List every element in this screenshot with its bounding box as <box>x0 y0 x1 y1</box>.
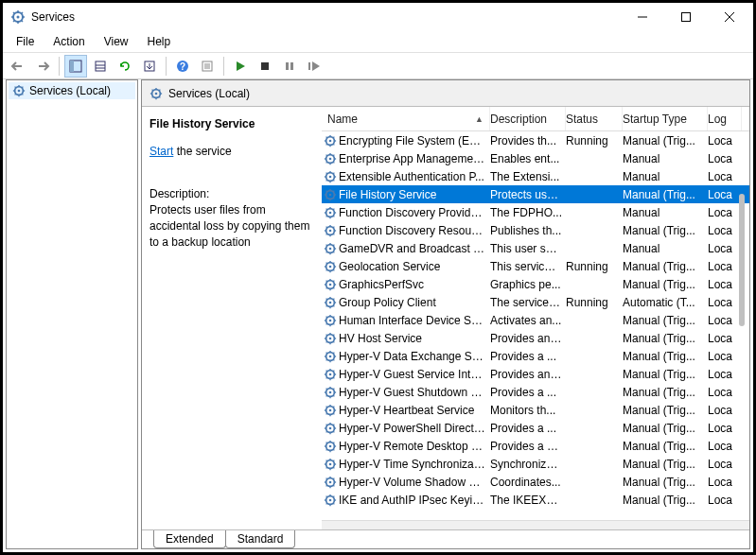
service-row[interactable]: File History ServiceProtects use...Manua… <box>322 185 749 203</box>
service-row[interactable]: IKE and AuthIP IPsec Keying...The IKEEXT… <box>322 491 749 509</box>
cell-description: Provides an ... <box>490 368 566 381</box>
column-description[interactable]: Description <box>490 107 566 130</box>
export-list-button[interactable] <box>89 55 112 78</box>
service-row[interactable]: HV Host ServiceProvides an ...Manual (Tr… <box>322 329 749 347</box>
service-row[interactable]: Function Discovery Provide...The FDPHO..… <box>322 203 749 221</box>
service-row[interactable]: Hyper-V PowerShell Direct ...Provides a … <box>322 419 749 437</box>
service-row[interactable]: Geolocation ServiceThis service ...Runni… <box>322 257 749 275</box>
cell-logon: Loca <box>708 134 742 147</box>
service-row[interactable]: Hyper-V Data Exchange Ser...Provides a .… <box>322 347 749 365</box>
gear-icon <box>12 84 26 97</box>
maximize-button[interactable] <box>664 3 708 31</box>
service-row[interactable]: Hyper-V Time Synchronizati...Synchronize… <box>322 455 749 473</box>
cell-description: This service ... <box>490 260 566 273</box>
menu-view[interactable]: View <box>95 35 138 48</box>
column-status[interactable]: Status <box>566 107 623 130</box>
menu-help[interactable]: Help <box>138 35 181 48</box>
tree-pane[interactable]: Services (Local) <box>6 79 138 549</box>
cell-name: File History Service <box>339 188 490 201</box>
tree-item-services-local[interactable]: Services (Local) <box>9 82 135 99</box>
export-button[interactable] <box>138 55 161 78</box>
properties-button[interactable] <box>196 55 219 78</box>
cell-name: Geolocation Service <box>339 260 490 273</box>
service-row[interactable]: Extensible Authentication P...The Extens… <box>322 167 749 185</box>
forward-button[interactable] <box>31 55 54 78</box>
list-header: Name ▲ Description Status Startup Type L… <box>322 107 749 131</box>
help-button[interactable]: ? <box>171 55 194 78</box>
service-row[interactable]: Hyper-V Guest Service Inter...Provides a… <box>322 365 749 383</box>
cell-name: Function Discovery Provide... <box>339 206 490 219</box>
service-row[interactable]: Hyper-V Heartbeat ServiceMonitors th...M… <box>322 401 749 419</box>
column-name[interactable]: Name ▲ <box>322 107 490 130</box>
list-rows: Encrypting File System (EFS)Provides th.… <box>322 131 749 520</box>
cell-description: Provides th... <box>490 134 566 147</box>
list-title-bar: Services (Local) <box>142 80 749 107</box>
gear-icon <box>322 476 339 489</box>
cell-startup: Manual (Trig... <box>623 368 708 381</box>
cell-status: Running <box>566 296 623 309</box>
cell-logon: Loca <box>708 278 742 291</box>
cell-startup: Manual (Trig... <box>623 350 708 363</box>
service-row[interactable]: Group Policy ClientThe service i...Runni… <box>322 293 749 311</box>
svg-rect-15 <box>70 61 74 72</box>
cell-name: Encrypting File System (EFS) <box>339 134 490 147</box>
column-startup-type[interactable]: Startup Type <box>623 107 708 130</box>
cell-description: Provides a ... <box>490 422 566 435</box>
cell-name: Hyper-V Data Exchange Ser... <box>339 350 490 363</box>
tab-extended[interactable]: Extended <box>153 530 226 548</box>
service-row[interactable]: GameDVR and Broadcast Us...This user ser… <box>322 239 749 257</box>
restart-service-button[interactable] <box>303 55 325 78</box>
cell-description: Coordinates... <box>490 476 566 489</box>
cell-startup: Manual (Trig... <box>623 278 708 291</box>
cell-description: Provides an ... <box>490 332 566 345</box>
stop-service-button[interactable] <box>254 55 276 78</box>
cell-startup: Manual (Trig... <box>623 494 708 507</box>
gear-icon <box>322 314 339 327</box>
service-row[interactable]: GraphicsPerfSvcGraphics pe...Manual (Tri… <box>322 275 749 293</box>
cell-description: The IKEEXT ... <box>490 494 566 507</box>
gear-icon <box>322 170 339 183</box>
cell-name: Hyper-V Guest Service Inter... <box>339 368 490 381</box>
cell-name: GraphicsPerfSvc <box>339 278 490 291</box>
svg-rect-28 <box>290 62 293 70</box>
start-service-button[interactable] <box>229 55 252 78</box>
bottom-tabs: Extended Standard <box>142 529 749 548</box>
service-row[interactable]: Hyper-V Volume Shadow C...Coordinates...… <box>322 473 749 491</box>
gear-icon <box>322 224 339 237</box>
column-log-on-as[interactable]: Log <box>708 107 742 130</box>
tab-standard[interactable]: Standard <box>225 530 296 548</box>
cell-description: Provides a p... <box>490 440 566 453</box>
refresh-button[interactable] <box>114 55 136 78</box>
pause-service-button[interactable] <box>278 55 301 78</box>
menu-file[interactable]: File <box>7 35 44 48</box>
gear-icon <box>322 242 339 255</box>
service-row[interactable]: Enterprise App Managemen...Enables ent..… <box>322 149 749 167</box>
service-row[interactable]: Hyper-V Remote Desktop Vi...Provides a p… <box>322 437 749 455</box>
services-list[interactable]: Name ▲ Description Status Startup Type L… <box>322 107 749 529</box>
titlebar: Services <box>3 3 753 31</box>
cell-name: Function Discovery Resourc... <box>339 224 490 237</box>
service-row[interactable]: Human Interface Device Ser...Activates a… <box>322 311 749 329</box>
cell-name: Hyper-V Remote Desktop Vi... <box>339 440 490 453</box>
cell-name: HV Host Service <box>339 332 490 345</box>
start-link[interactable]: Start <box>149 145 173 158</box>
show-hide-tree-button[interactable] <box>64 55 87 78</box>
svg-rect-29 <box>308 62 310 70</box>
vertical-scrollbar[interactable] <box>739 194 745 326</box>
cell-logon: Loca <box>708 422 742 435</box>
close-button[interactable] <box>708 3 751 31</box>
gear-icon <box>322 458 339 471</box>
back-button[interactable] <box>7 55 29 78</box>
gear-icon <box>322 278 339 291</box>
service-row[interactable]: Function Discovery Resourc...Publishes t… <box>322 221 749 239</box>
service-row[interactable]: Hyper-V Guest Shutdown S...Provides a ..… <box>322 383 749 401</box>
sort-asc-icon: ▲ <box>475 114 483 124</box>
horizontal-scrollbar[interactable] <box>322 520 749 529</box>
cell-logon: Loca <box>708 224 742 237</box>
app-icon <box>10 9 26 25</box>
menu-action[interactable]: Action <box>44 35 94 48</box>
cell-description: The FDPHO... <box>490 206 566 219</box>
minimize-button[interactable] <box>621 3 664 31</box>
service-row[interactable]: Encrypting File System (EFS)Provides th.… <box>322 131 749 149</box>
start-suffix: the service <box>173 145 231 158</box>
